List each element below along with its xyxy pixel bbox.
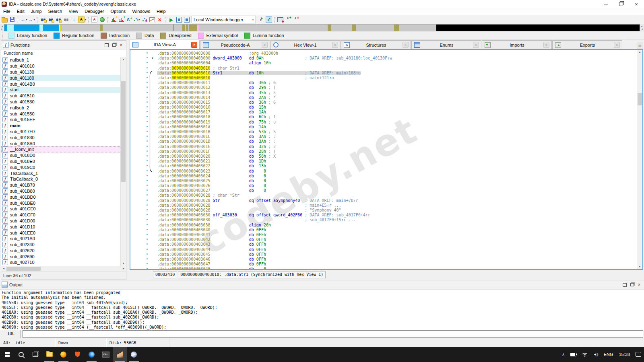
scroll-left-icon[interactable]: ◂ (1, 266, 6, 271)
scroll-down-icon[interactable]: ▼ (637, 264, 642, 269)
flow-chart-icon[interactable]: ▾ (133, 16, 140, 23)
listing-line[interactable]: .data:0000000000403016 db 15h (130, 105, 637, 109)
tab-exports[interactable]: Exports× (552, 40, 622, 49)
function-row[interactable]: fsub_401180 (1, 75, 126, 81)
function-row[interactable]: fstart (1, 87, 126, 93)
function-row[interactable]: f__Iconv_init (1, 146, 126, 152)
listing-line[interactable]: .data:000000000040301A db 14h (130, 124, 637, 129)
tab-close-icon[interactable]: × (191, 42, 197, 48)
tab-structures[interactable]: AStructures× (341, 40, 411, 49)
listing-line[interactable]: .data:0000000000403040 db 0FFh (130, 227, 637, 232)
debug-pause-icon[interactable] (175, 16, 182, 23)
function-row[interactable]: fnullsub_1 (1, 57, 126, 63)
listing-line[interactable]: .data:0000000000403000 ;org 403000h (130, 51, 637, 56)
functions-horizontal-scrollbar[interactable]: ◂ ▸ (1, 266, 126, 272)
listing-line[interactable]: .data:0000000000403030 ; sub_4017F0+15↑r… (130, 217, 637, 222)
function-row[interactable]: fsub_401510 (1, 93, 126, 99)
rename-icon[interactable]: A▾ (78, 16, 86, 23)
function-row[interactable]: fsub_401550 (1, 111, 126, 117)
minimize-button[interactable] (598, 0, 613, 8)
file-explorer[interactable] (42, 347, 56, 362)
listing-line[interactable]: .data:0000000000403010 Str1 db 10h ; DAT… (130, 70, 637, 75)
listing-line[interactable]: .data:0000000000403046 db 0FFh (130, 257, 637, 261)
listing-line[interactable]: .data:0000000000403025 db 0 (130, 178, 637, 183)
idc-input[interactable] (23, 330, 643, 338)
navigation-band-strip[interactable] (4, 24, 640, 31)
listing-line[interactable]: .data:0000000000403020 db 58h ; X (130, 154, 637, 158)
jump-forward-icon[interactable]: →▾ (28, 16, 35, 23)
ida-pro[interactable] (113, 347, 127, 362)
edge[interactable] (85, 347, 99, 362)
listing-line[interactable]: .data:0000000000403023 db 0 (130, 169, 637, 173)
listing-line[interactable]: .data:0000000000403045 db 0FFh (130, 252, 637, 257)
cancel-analysis-icon[interactable]: × (156, 16, 163, 23)
graph-view-icon[interactable] (141, 16, 148, 23)
firefox[interactable] (56, 347, 70, 362)
function-row[interactable]: fsub_401CF0 (1, 212, 126, 218)
function-row[interactable]: fsub_4017F0 (1, 129, 126, 135)
debug-stop-icon[interactable] (183, 16, 190, 23)
menu-file[interactable]: File (0, 8, 14, 15)
battery-icon[interactable] (568, 347, 579, 362)
function-row[interactable]: fsub_4018D0 (1, 152, 126, 158)
function-row[interactable]: fsub_402620 (1, 248, 126, 254)
listing-line[interactable]: .data:0000000000403044 db 0FFh (130, 247, 637, 252)
listing-line[interactable]: .data:0000000000403026 db 0 (130, 183, 637, 188)
debugger-select[interactable]: Local Windows debugger∨ (192, 16, 256, 23)
taskbar-search[interactable] (14, 347, 28, 362)
listing-line[interactable]: .data:0000000000403041 db 0FFh (130, 232, 637, 237)
listing-line[interactable]: .data:0000000000403030 off_403030 dq off… (130, 212, 637, 217)
listing-line[interactable]: .data:0000000000403004 align 10h (130, 60, 637, 65)
listing-line[interactable]: .data:0000000000403021 db 1Dh (130, 158, 637, 163)
listing-line[interactable]: .data:0000000000403013 db 35h ; 5 (130, 90, 637, 95)
jump-back-icon[interactable]: ←▾ (21, 16, 27, 23)
problems-icon[interactable]: A (91, 16, 98, 23)
function-row[interactable]: fsub_401EE0 (1, 230, 126, 236)
delete-breakpoint-icon[interactable] (292, 16, 299, 23)
function-row[interactable]: fsub_401B80 (1, 188, 126, 194)
scroll-right-icon[interactable]: ▸ (121, 266, 126, 271)
output-maximize-icon[interactable] (621, 282, 628, 288)
tray-expand-icon[interactable]: ∧ (559, 347, 568, 362)
breakpoint-list-icon[interactable] (277, 16, 284, 23)
disassembly-listing[interactable]: .data:0000000000403000 ;org 403000h∨.dat… (130, 50, 637, 269)
function-row[interactable]: fsub_401BE0 (1, 200, 126, 206)
function-row[interactable]: fsub_401010 (1, 63, 126, 69)
listing-line[interactable]: .data:000000000040301D db 3Ah ; : (130, 139, 637, 144)
listing-line[interactable]: ∨.data:0000000000403000 dword_403000 dd … (130, 56, 637, 60)
tab-close-icon[interactable]: × (543, 42, 549, 48)
tab-pseudocode-a[interactable]: Pseudocode-A× (200, 40, 270, 49)
function-row[interactable]: fsub_401830 (1, 134, 126, 140)
menu-debugger[interactable]: Debugger (81, 8, 107, 15)
listing-line[interactable]: .data:0000000000403011 db 36h ; 6 (130, 80, 637, 85)
listing-line[interactable]: .data:0000000000403028 Str dq offset aSy… (130, 198, 637, 203)
listing-line[interactable]: .data:0000000000403047 db 0FFh (130, 261, 637, 266)
listing-line[interactable]: .data:0000000000403010 ; main+121↑o (130, 75, 637, 80)
task-view[interactable] (28, 347, 42, 362)
menu-options[interactable]: Options (107, 8, 129, 15)
function-row[interactable]: fsub_401530 (1, 99, 126, 105)
disassembly-vertical-scrollbar[interactable]: ▲ ▼ (637, 50, 642, 269)
menu-edit[interactable]: Edit (14, 8, 28, 15)
menu-jump[interactable]: Jump (28, 8, 45, 15)
output-close-icon[interactable]: × (636, 282, 642, 288)
functions-maximize-icon[interactable] (103, 42, 110, 48)
listing-line[interactable]: .data:0000000000403022 db 13h (130, 163, 637, 168)
listing-line[interactable]: .data:0000000000403027 db 0 (130, 188, 637, 193)
tab-close-icon[interactable]: × (614, 42, 620, 48)
idc-button[interactable]: IDC (1, 330, 21, 338)
listing-line[interactable]: .data:0000000000403017 db 1Ah (130, 109, 637, 114)
listing-line[interactable]: .data:0000000000403024 db 0 (130, 173, 637, 178)
function-row[interactable]: fsub_402710 (1, 259, 126, 265)
function-row[interactable]: fnullsub_2 (1, 105, 126, 111)
action-center-icon[interactable] (633, 347, 644, 362)
restore-button[interactable] (613, 0, 629, 8)
nav-scroll-right-icon[interactable]: ▸◂ (640, 24, 644, 31)
function-row[interactable]: fsub_4018A0 (1, 140, 126, 146)
function-chart-icon[interactable] (110, 16, 117, 23)
function-row[interactable]: fsub_401D10 (1, 224, 126, 230)
search-next-icon[interactable] (63, 16, 70, 23)
functions-column-header[interactable]: Function name (1, 49, 126, 57)
tab-close-icon[interactable]: × (332, 42, 338, 48)
function-row[interactable]: fsub_401BD0 (1, 194, 126, 200)
